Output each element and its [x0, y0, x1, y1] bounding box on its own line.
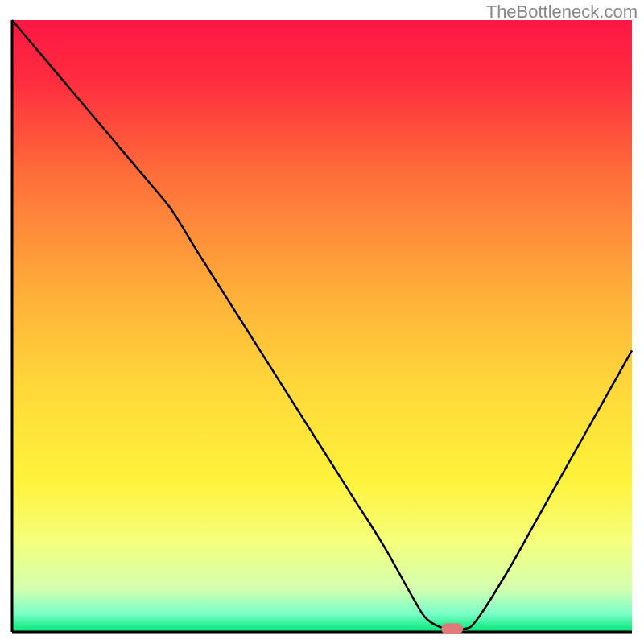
bottleneck-chart: [0, 0, 644, 644]
watermark-text: TheBottleneck.com: [486, 2, 638, 23]
optimal-point-marker: [441, 623, 463, 634]
chart-container: TheBottleneck.com: [0, 0, 644, 644]
chart-background: [12, 20, 632, 632]
